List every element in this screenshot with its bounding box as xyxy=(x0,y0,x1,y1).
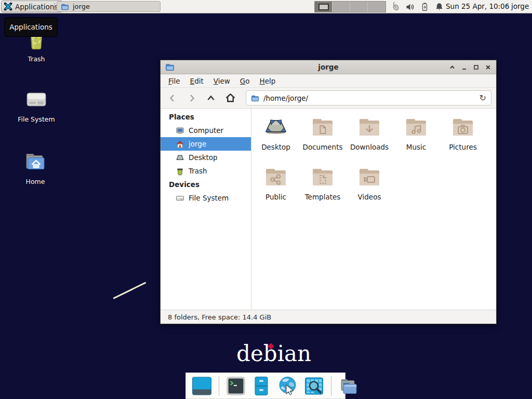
dock-separator xyxy=(331,376,331,396)
debian-logo: debian xyxy=(236,341,311,366)
path-bar[interactable]: /home/jorge/ ↻ xyxy=(246,90,491,105)
file-item-label: Public xyxy=(265,193,286,201)
desktop-icon-home[interactable]: Home xyxy=(4,150,66,185)
sidebar-item-label: jorge xyxy=(189,140,206,148)
menu-help[interactable]: Help xyxy=(256,75,280,87)
show-desktop-button[interactable] xyxy=(191,376,212,396)
shade-button[interactable] xyxy=(448,63,456,71)
file-item-label: Documents xyxy=(303,143,343,151)
home-button[interactable] xyxy=(224,92,236,104)
file-item-documents[interactable]: Documents xyxy=(299,115,346,165)
workspace-4[interactable] xyxy=(368,2,385,12)
sidebar-header-devices: Devices xyxy=(161,178,251,191)
file-item-desktop[interactable]: Desktop xyxy=(252,115,299,165)
battery-tray-icon[interactable] xyxy=(420,2,430,12)
minimize-button[interactable] xyxy=(460,63,468,71)
path-text[interactable]: /home/jorge/ xyxy=(263,94,308,102)
bottom-dock xyxy=(185,373,345,399)
menubar: File Edit View Go Help xyxy=(161,74,496,88)
sidebar-item-trash[interactable]: Trash xyxy=(161,164,251,178)
folder-template-icon xyxy=(310,165,335,190)
workspace-1[interactable] xyxy=(315,2,332,12)
file-item-label: Pictures xyxy=(449,143,476,151)
tooltip-text: Applications xyxy=(9,23,52,31)
desktop-mini-icon xyxy=(176,153,184,162)
taskbar-window-label: jorge xyxy=(73,3,90,10)
applications-menu-label: Applications xyxy=(15,3,58,11)
folder-share-icon xyxy=(263,165,288,190)
statusbar: 8 folders, Free space: 14.4 GiB xyxy=(161,310,496,324)
menu-view[interactable]: View xyxy=(209,75,234,87)
panel-separator xyxy=(54,3,55,10)
user-folders-launcher[interactable] xyxy=(338,376,360,396)
top-panel: Applications jorge xyxy=(0,0,532,14)
file-item-videos[interactable]: Videos xyxy=(346,165,393,215)
sidebar: Places Computer jorge xyxy=(161,109,251,310)
terminal-launcher[interactable] xyxy=(225,376,246,396)
file-cabinet-launcher[interactable] xyxy=(251,376,272,396)
file-item-label: Videos xyxy=(358,193,381,201)
file-item-music[interactable]: Music xyxy=(393,115,440,165)
file-item-pictures[interactable]: Pictures xyxy=(440,115,486,165)
desktop-icon-label: File System xyxy=(5,115,68,123)
folder-video-icon xyxy=(357,165,382,190)
menu-file[interactable]: File xyxy=(164,75,184,87)
harddrive-icon xyxy=(24,87,48,112)
folder-music-icon xyxy=(404,115,429,140)
computer-icon xyxy=(176,126,184,135)
reload-icon[interactable]: ↻ xyxy=(480,94,486,102)
file-item-label: Downloads xyxy=(350,143,389,151)
stray-line-artifact xyxy=(113,282,146,299)
menu-go[interactable]: Go xyxy=(236,75,254,87)
statusbar-text: 8 folders, Free space: 14.4 GiB xyxy=(168,313,271,321)
sidebar-item-label: Desktop xyxy=(189,153,218,162)
applications-tooltip: Applications xyxy=(4,17,58,37)
dock-separator xyxy=(219,376,219,396)
trash-mini-icon xyxy=(176,167,184,176)
desktop-icon-file-system[interactable]: File System xyxy=(5,87,68,123)
workspace-3[interactable] xyxy=(350,2,368,12)
file-item-public[interactable]: Public xyxy=(252,165,299,215)
back-button[interactable] xyxy=(167,92,178,104)
folder-document-icon xyxy=(310,115,335,140)
desktop-icon-label: Trash xyxy=(5,55,68,63)
sidebar-item-computer[interactable]: Computer xyxy=(161,124,251,137)
file-item-downloads[interactable]: Downloads xyxy=(346,115,393,165)
sidebar-item-jorge[interactable]: jorge xyxy=(161,137,251,151)
workspace-pager xyxy=(314,1,386,12)
notifications-bell-icon[interactable] xyxy=(434,2,444,12)
file-item-templates[interactable]: Templates xyxy=(299,165,346,215)
folder-camera-icon xyxy=(450,115,475,140)
sidebar-item-label: Computer xyxy=(189,126,223,135)
panel-username[interactable]: jorge xyxy=(511,0,529,13)
debian-logo-text: debian xyxy=(236,341,311,366)
file-item-label: Templates xyxy=(305,193,341,201)
forward-button[interactable] xyxy=(186,92,197,104)
close-button[interactable] xyxy=(484,63,491,71)
toolbar: /home/jorge/ ↻ xyxy=(161,88,496,109)
file-grid: Desktop Documents xyxy=(251,109,496,310)
panel-clock[interactable]: Sun 25 Apr, 10:06 xyxy=(446,0,509,13)
home-red-icon xyxy=(176,140,184,149)
harddrive-mini-icon xyxy=(176,194,184,203)
window-title: jorge xyxy=(161,63,496,71)
up-button[interactable] xyxy=(205,92,217,104)
web-browser-launcher[interactable] xyxy=(276,375,299,397)
system-tray xyxy=(390,2,444,12)
file-item-label: Desktop xyxy=(261,143,290,151)
xfce-logo-icon xyxy=(4,2,12,11)
file-manager-window: jorge File Edit View Go Help xyxy=(160,60,497,324)
maximize-button[interactable] xyxy=(472,63,480,71)
sidebar-item-file-system[interactable]: File System xyxy=(161,191,251,205)
file-item-label: Music xyxy=(406,143,426,151)
taskbar-window-button[interactable]: jorge xyxy=(57,1,161,12)
folder-download-icon xyxy=(357,115,382,140)
desktop-icon-label: Home xyxy=(4,178,66,185)
sidebar-item-desktop[interactable]: Desktop xyxy=(161,151,251,164)
input-device-tray-icon[interactable] xyxy=(390,2,401,12)
volume-tray-icon[interactable] xyxy=(405,2,415,12)
app-finder-launcher[interactable] xyxy=(303,376,325,396)
workspace-2[interactable] xyxy=(332,2,350,12)
menu-edit[interactable]: Edit xyxy=(186,75,208,87)
window-titlebar[interactable]: jorge xyxy=(161,60,496,74)
